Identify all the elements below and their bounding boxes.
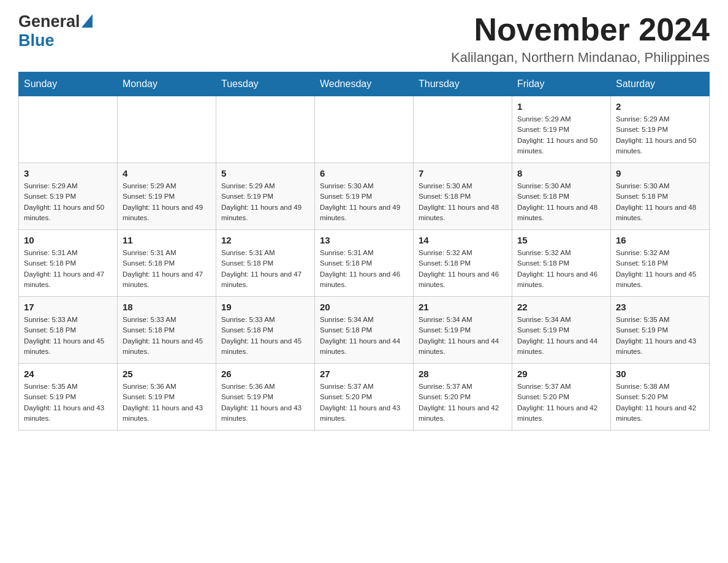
calendar-week-row: 3Sunrise: 5:29 AM Sunset: 5:19 PM Daylig… — [19, 163, 710, 230]
day-number: 23 — [616, 302, 704, 312]
calendar-header-thursday: Thursday — [414, 72, 512, 96]
day-number: 10 — [24, 235, 112, 245]
calendar-cell: 28Sunrise: 5:37 AM Sunset: 5:20 PM Dayli… — [414, 364, 512, 431]
calendar-header-friday: Friday — [512, 72, 611, 96]
calendar-cell: 19Sunrise: 5:33 AM Sunset: 5:18 PM Dayli… — [216, 297, 315, 364]
calendar-cell: 25Sunrise: 5:36 AM Sunset: 5:19 PM Dayli… — [118, 364, 216, 431]
month-title: November 2024 — [451, 12, 710, 47]
day-info: Sunrise: 5:29 AM Sunset: 5:19 PM Dayligh… — [24, 181, 112, 223]
calendar-header-wednesday: Wednesday — [315, 72, 414, 96]
calendar-cell: 14Sunrise: 5:32 AM Sunset: 5:18 PM Dayli… — [414, 230, 512, 297]
title-section: November 2024 Kalilangan, Northern Minda… — [451, 12, 710, 66]
page-header: General Blue November 2024 Kalilangan, N… — [18, 12, 710, 66]
calendar-cell: 13Sunrise: 5:31 AM Sunset: 5:18 PM Dayli… — [315, 230, 414, 297]
calendar-cell: 23Sunrise: 5:35 AM Sunset: 5:19 PM Dayli… — [611, 297, 710, 364]
calendar-week-row: 1Sunrise: 5:29 AM Sunset: 5:19 PM Daylig… — [19, 96, 710, 163]
calendar-cell: 22Sunrise: 5:34 AM Sunset: 5:19 PM Dayli… — [512, 297, 611, 364]
day-info: Sunrise: 5:32 AM Sunset: 5:18 PM Dayligh… — [517, 248, 605, 290]
day-number: 19 — [221, 302, 309, 312]
day-info: Sunrise: 5:30 AM Sunset: 5:19 PM Dayligh… — [320, 181, 408, 223]
day-number: 11 — [123, 235, 211, 245]
day-info: Sunrise: 5:29 AM Sunset: 5:19 PM Dayligh… — [123, 181, 211, 223]
day-info: Sunrise: 5:29 AM Sunset: 5:19 PM Dayligh… — [616, 114, 704, 156]
calendar-cell: 4Sunrise: 5:29 AM Sunset: 5:19 PM Daylig… — [118, 163, 216, 230]
day-info: Sunrise: 5:31 AM Sunset: 5:18 PM Dayligh… — [221, 248, 309, 290]
calendar-header-sunday: Sunday — [19, 72, 118, 96]
day-number: 7 — [419, 168, 507, 178]
day-info: Sunrise: 5:30 AM Sunset: 5:18 PM Dayligh… — [419, 181, 507, 223]
day-info: Sunrise: 5:30 AM Sunset: 5:18 PM Dayligh… — [517, 181, 605, 223]
logo: General Blue — [18, 12, 93, 50]
day-number: 26 — [221, 369, 309, 379]
calendar-cell: 21Sunrise: 5:34 AM Sunset: 5:19 PM Dayli… — [414, 297, 512, 364]
day-number: 5 — [221, 168, 309, 178]
calendar-cell: 3Sunrise: 5:29 AM Sunset: 5:19 PM Daylig… — [19, 163, 118, 230]
calendar-cell — [315, 96, 414, 163]
logo-blue-text: Blue — [18, 31, 55, 50]
day-info: Sunrise: 5:37 AM Sunset: 5:20 PM Dayligh… — [419, 381, 507, 424]
calendar-cell: 8Sunrise: 5:30 AM Sunset: 5:18 PM Daylig… — [512, 163, 611, 230]
calendar-cell — [414, 96, 512, 163]
calendar-cell: 16Sunrise: 5:32 AM Sunset: 5:18 PM Dayli… — [611, 230, 710, 297]
day-number: 30 — [616, 369, 704, 379]
day-info: Sunrise: 5:29 AM Sunset: 5:19 PM Dayligh… — [517, 114, 605, 156]
day-number: 9 — [616, 168, 704, 178]
svg-marker-0 — [82, 14, 93, 28]
day-info: Sunrise: 5:31 AM Sunset: 5:18 PM Dayligh… — [24, 248, 112, 290]
day-info: Sunrise: 5:34 AM Sunset: 5:18 PM Dayligh… — [320, 315, 408, 357]
calendar-cell: 30Sunrise: 5:38 AM Sunset: 5:20 PM Dayli… — [611, 364, 710, 431]
calendar-cell: 10Sunrise: 5:31 AM Sunset: 5:18 PM Dayli… — [19, 230, 118, 297]
calendar-cell: 15Sunrise: 5:32 AM Sunset: 5:18 PM Dayli… — [512, 230, 611, 297]
day-number: 14 — [419, 235, 507, 245]
day-number: 20 — [320, 302, 408, 312]
calendar-header-tuesday: Tuesday — [216, 72, 315, 96]
calendar-header-monday: Monday — [118, 72, 216, 96]
day-number: 12 — [221, 235, 309, 245]
day-number: 25 — [123, 369, 211, 379]
calendar-cell: 7Sunrise: 5:30 AM Sunset: 5:18 PM Daylig… — [414, 163, 512, 230]
day-number: 13 — [320, 235, 408, 245]
calendar-cell: 2Sunrise: 5:29 AM Sunset: 5:19 PM Daylig… — [611, 96, 710, 163]
day-number: 21 — [419, 302, 507, 312]
logo-triangle-icon — [82, 16, 93, 28]
day-info: Sunrise: 5:33 AM Sunset: 5:18 PM Dayligh… — [221, 315, 309, 357]
day-number: 15 — [517, 235, 605, 245]
calendar-cell: 20Sunrise: 5:34 AM Sunset: 5:18 PM Dayli… — [315, 297, 414, 364]
calendar-table: SundayMondayTuesdayWednesdayThursdayFrid… — [18, 72, 710, 431]
calendar-cell: 11Sunrise: 5:31 AM Sunset: 5:18 PM Dayli… — [118, 230, 216, 297]
day-info: Sunrise: 5:38 AM Sunset: 5:20 PM Dayligh… — [616, 381, 704, 424]
day-number: 16 — [616, 235, 704, 245]
calendar-cell: 12Sunrise: 5:31 AM Sunset: 5:18 PM Dayli… — [216, 230, 315, 297]
day-number: 8 — [517, 168, 605, 178]
calendar-cell: 5Sunrise: 5:29 AM Sunset: 5:19 PM Daylig… — [216, 163, 315, 230]
day-info: Sunrise: 5:36 AM Sunset: 5:19 PM Dayligh… — [123, 381, 211, 424]
day-info: Sunrise: 5:33 AM Sunset: 5:18 PM Dayligh… — [123, 315, 211, 357]
calendar-cell: 9Sunrise: 5:30 AM Sunset: 5:18 PM Daylig… — [611, 163, 710, 230]
day-number: 2 — [616, 101, 704, 112]
day-info: Sunrise: 5:34 AM Sunset: 5:19 PM Dayligh… — [419, 315, 507, 357]
calendar-cell — [216, 96, 315, 163]
logo-general-text: General — [18, 12, 80, 31]
day-number: 6 — [320, 168, 408, 178]
calendar-cell: 26Sunrise: 5:36 AM Sunset: 5:19 PM Dayli… — [216, 364, 315, 431]
calendar-cell: 18Sunrise: 5:33 AM Sunset: 5:18 PM Dayli… — [118, 297, 216, 364]
day-number: 4 — [123, 168, 211, 178]
day-info: Sunrise: 5:31 AM Sunset: 5:18 PM Dayligh… — [320, 248, 408, 290]
calendar-cell: 1Sunrise: 5:29 AM Sunset: 5:19 PM Daylig… — [512, 96, 611, 163]
day-number: 1 — [517, 101, 605, 112]
calendar-cell: 24Sunrise: 5:35 AM Sunset: 5:19 PM Dayli… — [19, 364, 118, 431]
calendar-week-row: 24Sunrise: 5:35 AM Sunset: 5:19 PM Dayli… — [19, 364, 710, 431]
day-number: 3 — [24, 168, 112, 178]
day-info: Sunrise: 5:35 AM Sunset: 5:19 PM Dayligh… — [24, 381, 112, 424]
calendar-header-saturday: Saturday — [611, 72, 710, 96]
day-info: Sunrise: 5:31 AM Sunset: 5:18 PM Dayligh… — [123, 248, 211, 290]
calendar-cell: 6Sunrise: 5:30 AM Sunset: 5:19 PM Daylig… — [315, 163, 414, 230]
calendar-cell: 27Sunrise: 5:37 AM Sunset: 5:20 PM Dayli… — [315, 364, 414, 431]
day-info: Sunrise: 5:37 AM Sunset: 5:20 PM Dayligh… — [517, 381, 605, 424]
day-info: Sunrise: 5:35 AM Sunset: 5:19 PM Dayligh… — [616, 315, 704, 357]
day-number: 17 — [24, 302, 112, 312]
day-info: Sunrise: 5:32 AM Sunset: 5:18 PM Dayligh… — [419, 248, 507, 290]
day-number: 22 — [517, 302, 605, 312]
location-title: Kalilangan, Northern Mindanao, Philippin… — [451, 50, 710, 66]
day-info: Sunrise: 5:30 AM Sunset: 5:18 PM Dayligh… — [616, 181, 704, 223]
